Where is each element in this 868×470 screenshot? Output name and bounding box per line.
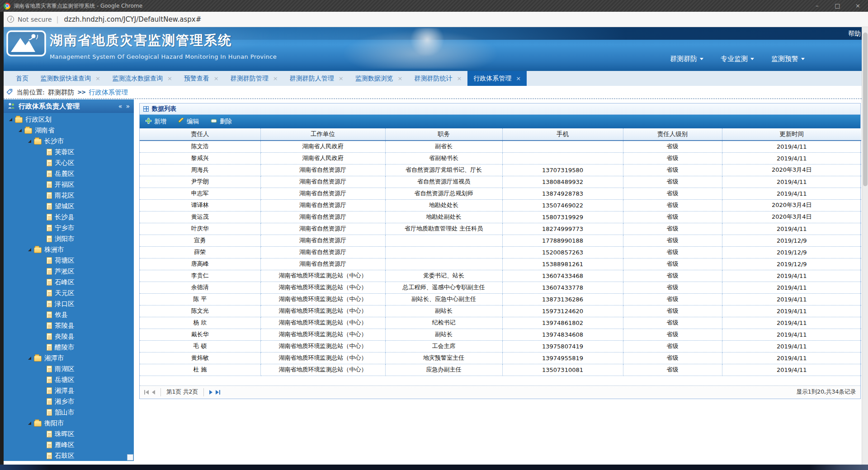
tree-node[interactable]: 湘乡市 (4, 396, 134, 407)
tree-node-folder[interactable]: 湘潭市 (4, 352, 134, 363)
tab-close-icon[interactable]: × (214, 75, 219, 82)
tree-node[interactable]: 开福区 (4, 179, 134, 190)
tree-node[interactable]: 宁乡市 (4, 222, 134, 233)
table-row[interactable]: 叶庆华湖南省自然资源厅省厅地质勘查管理处 主任科员18274999773省级20… (140, 223, 861, 235)
table-row[interactable]: 余德清湖南省地质环境监测总站（中心）总工程师、遥感中心专职副主任13607433… (140, 282, 861, 293)
column-header[interactable]: 责任人 (140, 128, 260, 141)
tree-node[interactable]: 天心区 (4, 157, 134, 168)
tree-expand-icon[interactable] (9, 118, 12, 121)
tree-node[interactable]: 芙蓉区 (4, 146, 134, 157)
minimize-button[interactable]: – (807, 0, 827, 12)
pager-last-button[interactable] (216, 390, 220, 395)
maximize-button[interactable]: □ (827, 0, 848, 12)
table-row[interactable]: 戴长华湖南省地质环境监测总站（中心）副站长13974834608省级2019/4… (140, 329, 861, 340)
pager-page-text[interactable]: 第1页 共2页 (166, 388, 198, 396)
column-header[interactable]: 更新时间 (722, 128, 861, 141)
pager-first-button[interactable] (144, 390, 149, 395)
column-header[interactable]: 工作单位 (260, 128, 385, 141)
tree-node[interactable]: 浏阳市 (4, 233, 134, 244)
tab-item-8[interactable]: 行政体系管理 × (467, 71, 527, 86)
toolbar-add-button[interactable]: 新增 (146, 118, 166, 126)
table-row[interactable]: 宣勇湖南省自然资源厅17788990188省级2019/12/9 (140, 235, 861, 246)
tree-expand-icon[interactable] (28, 357, 31, 360)
tree-node[interactable]: 湘潭县 (4, 385, 134, 396)
tree-node[interactable]: 岳麓区 (4, 168, 134, 179)
tab-item-0[interactable]: 首页 (10, 71, 34, 86)
column-header[interactable]: 责任人级别 (623, 128, 722, 141)
tree-node[interactable]: 天元区 (4, 287, 134, 298)
tree-node[interactable]: 石峰区 (4, 277, 134, 287)
table-row[interactable]: 陈 平湖南省地质环境监测总站（中心）副站长、应急中心副主任13873136286… (140, 293, 861, 305)
tab-item-6[interactable]: 监测数据浏览 × (349, 71, 409, 86)
table-row[interactable]: 黄炜敏湖南省地质环境监测总站（中心）地灾预警室主任13974955819省级20… (140, 352, 861, 364)
tree-node[interactable]: 雨花区 (4, 190, 134, 201)
tree-node-folder[interactable]: 长沙市 (4, 136, 134, 146)
tab-item-4[interactable]: 群测群防管理 × (225, 71, 284, 86)
table-row[interactable]: 尹学朗湖南省自然资源厅省自然资源厅巡视员13808489932省级2019/4/… (140, 176, 861, 188)
tree-node[interactable]: 石鼓区 (4, 450, 134, 461)
tab-close-icon[interactable]: × (273, 75, 278, 82)
table-row[interactable]: 薛荣湖南省自然资源厅15200857263省级2019/12/9 (140, 246, 861, 258)
table-row[interactable]: 毛 硕湖南省地质环境监测总站（中心）工会主席13975807419省级2019/… (140, 340, 861, 352)
tree-node[interactable]: 雨湖区 (4, 363, 134, 374)
tree-node[interactable]: 炎陵县 (4, 331, 134, 342)
nav-menu-0[interactable]: 群测群防 (670, 55, 703, 63)
tree-node-folder[interactable]: 湖南省 (4, 125, 134, 136)
url-text[interactable]: dzzh.hndzhj.com/JCYJ/DefaultNew.aspx# (64, 15, 202, 24)
table-row[interactable]: 陈文光湖南省地质环境监测总站（中心）副站长15973124620省级2019/4… (140, 305, 861, 317)
tree-node-folder[interactable]: 株洲市 (4, 244, 134, 255)
tab-close-icon[interactable]: × (398, 75, 403, 82)
tree-node-folder[interactable]: 衡阳市 (4, 418, 134, 428)
tree-node[interactable]: 荷塘区 (4, 255, 134, 266)
table-row[interactable]: 杨 欣湖南省地质环境监测总站（中心）纪检书记13974861802省级2019/… (140, 317, 861, 329)
table-row[interactable]: 周海兵湖南省自然资源厅省自然资源厅党组书记、厅长13707319580省级202… (140, 164, 861, 176)
table-row[interactable]: 李贵仁湖南省地质环境监测总站（中心）党委书记、站长13607433468省级20… (140, 270, 861, 282)
expand-all-icon[interactable]: » (126, 103, 130, 110)
tab-close-icon[interactable]: × (339, 75, 344, 82)
tree-node[interactable]: 长沙县 (4, 212, 134, 222)
tree-node[interactable]: 岳塘区 (4, 374, 134, 385)
pager-prev-button[interactable] (152, 390, 155, 395)
tree-node[interactable]: 珠晖区 (4, 428, 134, 439)
scrollbar-thumb[interactable] (863, 33, 868, 186)
close-button[interactable]: × (848, 0, 868, 12)
tab-item-3[interactable]: 预警查看 × (178, 71, 225, 86)
tree-node[interactable]: 渌口区 (4, 298, 134, 309)
tree-expand-icon[interactable] (19, 129, 22, 132)
nav-menu-1[interactable]: 专业监测 (721, 55, 754, 63)
tree-node[interactable]: 茶陵县 (4, 320, 134, 331)
table-row[interactable]: 申志军湖南省自然资源厅省自然资源厅总规划师13874928783省级2019/4… (140, 188, 861, 199)
table-row[interactable]: 黄运茂湖南省自然资源厅地勘处副处长15807319929省级2020年3月4日 (140, 211, 861, 223)
tree-node-folder[interactable]: 行政区划 (4, 114, 134, 125)
tree-node[interactable]: 攸县 (4, 309, 134, 320)
table-row[interactable]: 杜 施湖南省地质环境监测总站（中心）应急办副主任13507310081省级201… (140, 364, 861, 376)
info-icon[interactable]: i (7, 16, 14, 23)
toolbar-edit-button[interactable]: 编辑 (178, 118, 199, 126)
tab-item-5[interactable]: 群测群防人管理 × (284, 71, 349, 86)
not-secure-label[interactable]: Not secure (18, 16, 52, 23)
tab-close-icon[interactable]: × (167, 75, 172, 82)
tab-close-icon[interactable]: × (457, 75, 462, 82)
tree-node[interactable]: 芦淞区 (4, 266, 134, 277)
browser-scrollbar[interactable] (862, 27, 868, 465)
pager-next-button[interactable] (209, 390, 212, 395)
table-row[interactable]: 陈文浩湖南省人民政府副省长省级2019/4/11 (140, 141, 861, 152)
help-link[interactable]: 帮助 (848, 30, 861, 38)
tab-item-1[interactable]: 监测数据快速查询 × (34, 71, 106, 86)
tree-node[interactable]: 望城区 (4, 201, 134, 212)
column-header[interactable]: 职务 (385, 128, 502, 141)
tab-close-icon[interactable]: × (516, 75, 521, 82)
toolbar-delete-button[interactable]: 删除 (211, 118, 232, 126)
table-row[interactable]: 谭译林湖南省自然资源厅地勘处处长13507469022省级2020年3月4日 (140, 199, 861, 211)
sidebar-scroll-down-button[interactable] (127, 454, 133, 461)
column-header[interactable]: 手机 (502, 128, 623, 141)
collapse-all-icon[interactable]: « (118, 103, 123, 110)
table-row[interactable]: 黎咸兴湖南省人民政府省副秘书长省级2019/4/11 (140, 152, 861, 164)
tab-close-icon[interactable]: × (95, 75, 100, 82)
tree-expand-icon[interactable] (28, 140, 31, 143)
tree-expand-icon[interactable] (28, 422, 31, 425)
tree-node[interactable]: 醴陵市 (4, 342, 134, 352)
tab-item-7[interactable]: 群测群防统计 × (408, 71, 467, 86)
tree-expand-icon[interactable] (28, 248, 31, 251)
table-row[interactable]: 唐高峰湖南省自然资源厅15388981261省级2019/12/9 (140, 258, 861, 270)
